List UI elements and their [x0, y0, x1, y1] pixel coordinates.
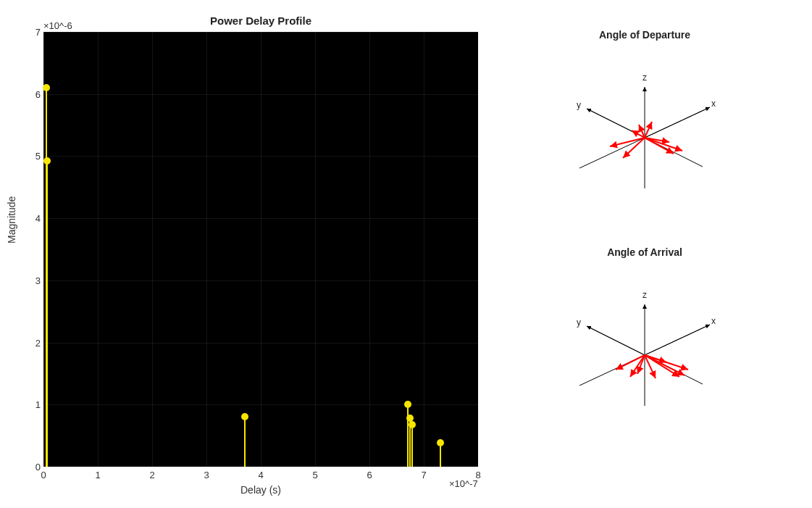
x-tick-label: 0: [36, 470, 51, 480]
figure-canvas: Power Delay Profile ×10^-6 Magnitude 012…: [0, 0, 812, 508]
stem-marker: [43, 157, 51, 165]
x-tick-label: 5: [308, 470, 322, 480]
grid-horizontal: [43, 467, 478, 467]
stem-marker: [437, 439, 444, 446]
stem-marker: [241, 413, 248, 420]
grid-horizontal: [43, 218, 478, 219]
y-tick-label: 2: [19, 337, 41, 348]
axis-label-z: z: [643, 72, 647, 83]
x-tick-label: 2: [145, 470, 159, 480]
x-tick-label: 1: [91, 470, 105, 480]
grid-vertical: [478, 32, 479, 467]
aod-plot: zxy: [536, 51, 753, 210]
grid-horizontal: [43, 156, 478, 157]
pdp-title: Power Delay Profile: [43, 14, 478, 27]
grid-vertical: [315, 32, 316, 467]
y-tick-label: 5: [19, 151, 41, 162]
stem-line: [244, 417, 246, 467]
stem-line: [46, 161, 48, 467]
grid-horizontal: [43, 32, 478, 33]
y-tick-label: 7: [19, 27, 41, 38]
svg-line-2: [645, 107, 710, 138]
grid-horizontal: [43, 94, 478, 95]
grid-horizontal: [43, 343, 478, 343]
stem-line: [411, 425, 413, 467]
grid-vertical: [424, 32, 424, 467]
y-tick-label: 3: [19, 275, 41, 286]
y-tick-label: 1: [19, 399, 41, 410]
svg-line-9: [645, 122, 652, 138]
stem-marker: [43, 84, 50, 91]
y-exponent-label: ×10^-6: [43, 20, 72, 31]
aoa-title: Angle of Arrival: [536, 246, 753, 258]
grid-vertical: [369, 32, 370, 467]
x-tick-label: 3: [199, 470, 214, 480]
grid-vertical: [261, 32, 261, 467]
axis-label-y: y: [577, 100, 581, 110]
y-tick-label: 6: [19, 88, 41, 99]
x-tick-label: 4: [254, 470, 268, 480]
y-axis-label: Magnitude: [6, 196, 17, 243]
stem-marker: [409, 421, 416, 428]
y-tick-label: 4: [19, 213, 41, 224]
grid-vertical: [98, 32, 99, 467]
pdp-plot-area: [43, 32, 478, 467]
svg-line-17: [587, 326, 645, 355]
grid-vertical: [152, 32, 153, 467]
x-tick-label: 7: [417, 470, 431, 480]
axis-label-y: y: [577, 317, 581, 328]
svg-line-15: [645, 325, 710, 355]
axis-label-x: x: [711, 99, 716, 109]
x-tick-label: 6: [362, 470, 377, 480]
aod-title: Angle of Departure: [536, 29, 753, 41]
axis-label-x: x: [711, 316, 716, 326]
grid-vertical: [43, 32, 44, 467]
grid-horizontal: [43, 280, 478, 281]
grid-vertical: [206, 32, 207, 467]
aoa-plot: zxy: [536, 268, 753, 428]
stem-marker: [404, 401, 411, 408]
axis-label-z: z: [643, 290, 647, 300]
x-exponent-label: ×10^-7: [449, 478, 478, 489]
x-axis-label: Delay (s): [43, 484, 478, 496]
stem-line: [407, 404, 409, 467]
grid-horizontal: [43, 404, 478, 405]
